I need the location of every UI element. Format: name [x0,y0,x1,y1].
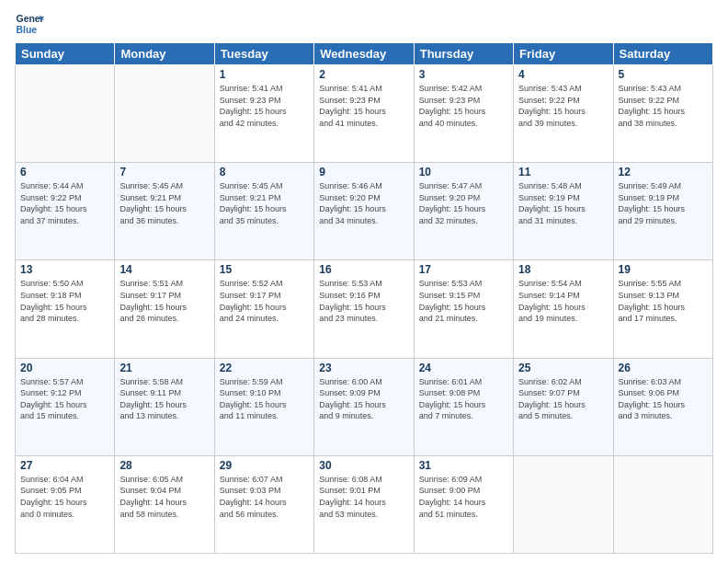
day-number: 5 [619,68,708,81]
day-cell: 3Sunrise: 5:42 AM Sunset: 9:23 PM Daylig… [414,65,513,163]
header-monday: Monday [115,43,214,65]
day-info: Sunrise: 5:48 AM Sunset: 9:19 PM Dayligh… [518,180,608,226]
day-number: 11 [518,166,608,178]
day-number: 10 [419,166,508,178]
day-info: Sunrise: 5:42 AM Sunset: 9:23 PM Dayligh… [419,83,508,129]
day-number: 16 [319,263,408,276]
day-info: Sunrise: 6:00 AM Sunset: 9:09 PM Dayligh… [319,376,408,422]
day-number: 7 [119,166,209,178]
day-cell [613,455,712,553]
day-cell: 4Sunrise: 5:43 AM Sunset: 9:22 PM Daylig… [514,65,613,163]
week-row-4: 20Sunrise: 5:57 AM Sunset: 9:12 PM Dayli… [16,358,713,455]
day-number: 14 [119,263,209,276]
week-row-5: 27Sunrise: 6:04 AM Sunset: 9:05 PM Dayli… [16,455,713,553]
day-number: 17 [419,263,508,276]
day-number: 1 [220,68,309,81]
day-number: 27 [20,459,109,472]
day-number: 24 [419,362,508,374]
day-info: Sunrise: 5:43 AM Sunset: 9:22 PM Dayligh… [518,83,608,129]
day-info: Sunrise: 5:51 AM Sunset: 9:17 PM Dayligh… [119,278,209,324]
day-info: Sunrise: 6:08 AM Sunset: 9:01 PM Dayligh… [319,474,408,520]
day-cell: 23Sunrise: 6:00 AM Sunset: 9:09 PM Dayli… [314,358,414,455]
day-info: Sunrise: 5:45 AM Sunset: 9:21 PM Dayligh… [119,180,209,226]
day-cell: 29Sunrise: 6:07 AM Sunset: 9:03 PM Dayli… [214,455,313,553]
logo: General Blue [15,9,44,39]
day-cell: 20Sunrise: 5:57 AM Sunset: 9:12 PM Dayli… [16,358,115,455]
day-number: 8 [220,166,309,178]
day-cell: 12Sunrise: 5:49 AM Sunset: 9:19 PM Dayli… [613,163,712,260]
day-cell: 18Sunrise: 5:54 AM Sunset: 9:14 PM Dayli… [514,260,613,358]
header-saturday: Saturday [613,43,712,65]
day-number: 13 [20,263,109,276]
day-number: 26 [619,362,708,374]
header-thursday: Thursday [414,43,513,65]
day-cell: 13Sunrise: 5:50 AM Sunset: 9:18 PM Dayli… [16,260,115,358]
day-info: Sunrise: 6:09 AM Sunset: 9:00 PM Dayligh… [419,474,508,520]
day-info: Sunrise: 5:53 AM Sunset: 9:15 PM Dayligh… [419,278,508,324]
day-number: 29 [220,459,309,472]
day-cell: 5Sunrise: 5:43 AM Sunset: 9:22 PM Daylig… [613,65,712,163]
day-info: Sunrise: 5:41 AM Sunset: 9:23 PM Dayligh… [220,83,309,129]
day-cell: 30Sunrise: 6:08 AM Sunset: 9:01 PM Dayli… [314,455,414,553]
page: General Blue SundayMondayTuesdayWednesda… [0,0,728,563]
day-info: Sunrise: 5:50 AM Sunset: 9:18 PM Dayligh… [20,278,109,324]
calendar-table: SundayMondayTuesdayWednesdayThursdayFrid… [15,42,713,554]
day-number: 2 [319,68,408,81]
day-cell: 9Sunrise: 5:46 AM Sunset: 9:20 PM Daylig… [314,163,414,260]
day-info: Sunrise: 5:54 AM Sunset: 9:14 PM Dayligh… [518,278,608,324]
header-tuesday: Tuesday [214,43,313,65]
day-cell: 8Sunrise: 5:45 AM Sunset: 9:21 PM Daylig… [214,163,313,260]
day-number: 20 [20,362,109,374]
day-cell: 21Sunrise: 5:58 AM Sunset: 9:11 PM Dayli… [115,358,214,455]
week-row-3: 13Sunrise: 5:50 AM Sunset: 9:18 PM Dayli… [16,260,713,358]
day-info: Sunrise: 6:05 AM Sunset: 9:04 PM Dayligh… [119,474,209,520]
day-cell: 26Sunrise: 6:03 AM Sunset: 9:06 PM Dayli… [613,358,712,455]
header-row: SundayMondayTuesdayWednesdayThursdayFrid… [16,43,713,65]
day-cell: 17Sunrise: 5:53 AM Sunset: 9:15 PM Dayli… [414,260,513,358]
week-row-1: 1Sunrise: 5:41 AM Sunset: 9:23 PM Daylig… [16,65,713,163]
day-cell [16,65,115,163]
header-sunday: Sunday [16,43,115,65]
day-info: Sunrise: 5:47 AM Sunset: 9:20 PM Dayligh… [419,180,508,226]
svg-text:Blue: Blue [17,25,38,35]
day-info: Sunrise: 5:59 AM Sunset: 9:10 PM Dayligh… [220,376,309,422]
day-number: 30 [319,459,408,472]
day-info: Sunrise: 5:44 AM Sunset: 9:22 PM Dayligh… [20,180,109,226]
day-cell [115,65,214,163]
day-number: 4 [518,68,608,81]
top-section: General Blue [15,9,713,39]
day-info: Sunrise: 5:53 AM Sunset: 9:16 PM Dayligh… [319,278,408,324]
day-info: Sunrise: 6:01 AM Sunset: 9:08 PM Dayligh… [419,376,508,422]
day-cell: 27Sunrise: 6:04 AM Sunset: 9:05 PM Dayli… [16,455,115,553]
day-cell: 28Sunrise: 6:05 AM Sunset: 9:04 PM Dayli… [115,455,214,553]
day-number: 19 [619,263,708,276]
day-info: Sunrise: 6:07 AM Sunset: 9:03 PM Dayligh… [220,474,309,520]
day-number: 18 [518,263,608,276]
day-info: Sunrise: 5:41 AM Sunset: 9:23 PM Dayligh… [319,83,408,129]
day-number: 21 [119,362,209,374]
day-info: Sunrise: 5:49 AM Sunset: 9:19 PM Dayligh… [619,180,708,226]
day-info: Sunrise: 6:02 AM Sunset: 9:07 PM Dayligh… [518,376,608,422]
day-cell: 16Sunrise: 5:53 AM Sunset: 9:16 PM Dayli… [314,260,414,358]
day-info: Sunrise: 5:58 AM Sunset: 9:11 PM Dayligh… [119,376,209,422]
day-cell: 6Sunrise: 5:44 AM Sunset: 9:22 PM Daylig… [16,163,115,260]
day-number: 12 [619,166,708,178]
day-info: Sunrise: 6:03 AM Sunset: 9:06 PM Dayligh… [619,376,708,422]
day-info: Sunrise: 5:57 AM Sunset: 9:12 PM Dayligh… [20,376,109,422]
week-row-2: 6Sunrise: 5:44 AM Sunset: 9:22 PM Daylig… [16,163,713,260]
day-number: 23 [319,362,408,374]
day-info: Sunrise: 5:43 AM Sunset: 9:22 PM Dayligh… [619,83,708,129]
logo-icon: General Blue [15,9,44,39]
day-cell: 15Sunrise: 5:52 AM Sunset: 9:17 PM Dayli… [214,260,313,358]
day-cell: 25Sunrise: 6:02 AM Sunset: 9:07 PM Dayli… [514,358,613,455]
day-number: 3 [419,68,508,81]
day-cell: 7Sunrise: 5:45 AM Sunset: 9:21 PM Daylig… [115,163,214,260]
day-cell: 10Sunrise: 5:47 AM Sunset: 9:20 PM Dayli… [414,163,513,260]
day-number: 9 [319,166,408,178]
day-cell: 22Sunrise: 5:59 AM Sunset: 9:10 PM Dayli… [214,358,313,455]
day-number: 28 [119,459,209,472]
day-cell: 11Sunrise: 5:48 AM Sunset: 9:19 PM Dayli… [514,163,613,260]
day-cell: 2Sunrise: 5:41 AM Sunset: 9:23 PM Daylig… [314,65,414,163]
day-info: Sunrise: 5:52 AM Sunset: 9:17 PM Dayligh… [220,278,309,324]
header-friday: Friday [514,43,613,65]
